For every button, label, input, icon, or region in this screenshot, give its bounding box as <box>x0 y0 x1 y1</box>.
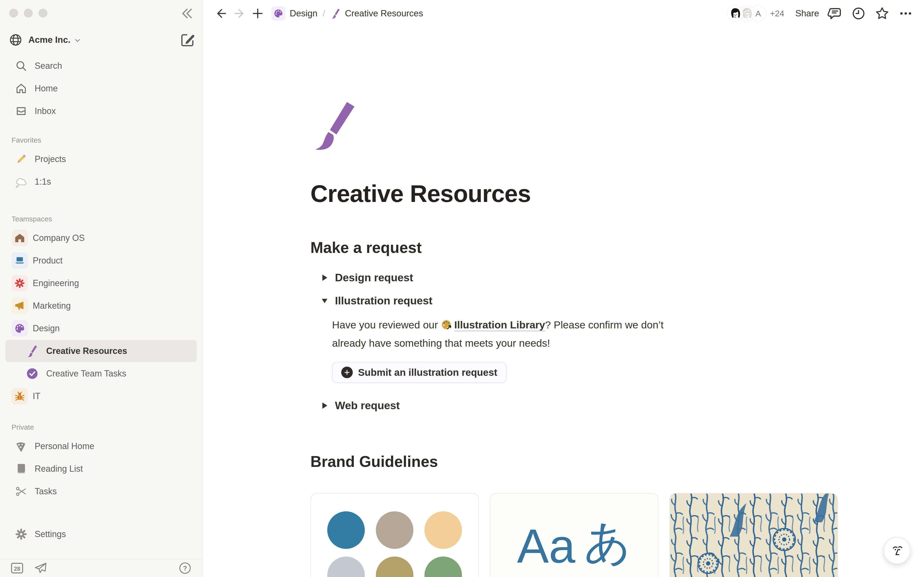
presence-avatars: A <box>727 5 766 21</box>
sidebar-item-settings[interactable]: Settings <box>5 523 197 545</box>
zoom-window-button[interactable] <box>39 9 47 18</box>
bug-icon <box>11 388 28 405</box>
workspace-switcher[interactable]: Acme Inc. <box>9 28 195 52</box>
history-button[interactable] <box>851 6 866 21</box>
more-options-button[interactable] <box>898 6 913 21</box>
presence-overflow-count[interactable]: +24 <box>770 9 784 18</box>
sidebar-item-design[interactable]: Design <box>5 318 197 340</box>
toggle-collapsed-icon <box>321 401 328 410</box>
invite-members-button[interactable] <box>34 561 48 575</box>
toggle-web-request[interactable]: Web request <box>310 394 924 417</box>
sidebar-item-label: Reading List <box>35 464 83 474</box>
sidebar-item-label: Product <box>33 256 63 266</box>
toggle-label: Illustration request <box>335 295 432 307</box>
new-page-button[interactable] <box>180 32 195 48</box>
color-swatch <box>425 556 462 577</box>
favorite-button[interactable] <box>874 6 890 21</box>
sidebar-item-marketing[interactable]: Marketing <box>5 295 197 317</box>
breadcrumb-separator: / <box>323 8 325 19</box>
typography-card[interactable]: Aa あ <box>490 493 658 577</box>
sidebar-item-inbox[interactable]: Inbox <box>5 100 197 122</box>
sidebar-item-label: Design <box>33 323 60 334</box>
close-window-button[interactable] <box>9 9 18 18</box>
breadcrumb-item-creative-resources[interactable]: Creative Resources <box>330 8 423 19</box>
pizza-icon <box>15 440 28 453</box>
share-button[interactable]: Share <box>795 8 819 19</box>
inbox-icon <box>15 104 28 118</box>
help-button[interactable]: ? <box>178 561 192 575</box>
laptop-icon <box>11 253 28 269</box>
chevron-down-icon <box>73 37 82 45</box>
section-label-favorites: Favorites <box>11 136 202 144</box>
arrow-right-icon <box>233 7 246 20</box>
forward-button[interactable] <box>232 6 247 21</box>
avatar-user-1[interactable] <box>727 5 743 21</box>
sidebar-favorites: Projects 1:1s <box>0 148 202 193</box>
toggle-label: Design request <box>335 271 413 284</box>
double-chevron-left-icon <box>179 6 194 21</box>
toggle-label: Web request <box>335 399 400 412</box>
color-palette-card[interactable] <box>310 493 479 577</box>
sidebar-item-reading-list[interactable]: Reading List <box>5 458 197 480</box>
sidebar-item-it[interactable]: IT <box>5 385 197 407</box>
notion-ai-face-icon <box>890 543 905 558</box>
illustration-library-page-link[interactable]: Illustration Library <box>441 319 545 330</box>
avatar-illustration <box>728 6 742 21</box>
sidebar-item-home[interactable]: Home <box>5 77 197 100</box>
breadcrumb-item-design[interactable]: Design <box>271 6 317 21</box>
toggle-design-request[interactable]: Design request <box>310 266 924 289</box>
gear-icon <box>11 275 28 292</box>
svg-text:?: ? <box>183 564 187 572</box>
color-swatch <box>376 556 414 577</box>
floral-pattern-card[interactable] <box>669 493 838 577</box>
toggle-illustration-request[interactable]: Illustration request <box>310 289 924 312</box>
notion-ai-button[interactable] <box>884 537 911 564</box>
sidebar-item-creative-team-tasks[interactable]: Creative Team Tasks <box>5 363 197 385</box>
page-link-text: Illustration Library <box>454 319 545 331</box>
settings-gear-icon <box>15 527 28 541</box>
sidebar-item-label: Search <box>35 61 62 71</box>
comment-icon <box>827 6 842 21</box>
minimize-window-button[interactable] <box>24 9 33 18</box>
color-swatch <box>376 511 414 549</box>
sidebar-item-label: Engineering <box>33 278 79 288</box>
paintbrush-icon <box>330 8 341 19</box>
sidebar-item-product[interactable]: Product <box>5 250 197 272</box>
back-button[interactable] <box>214 6 229 21</box>
calendar-button[interactable]: 28 <box>10 561 24 575</box>
sidebar-item-label: Settings <box>35 529 66 539</box>
clock-icon <box>851 6 866 21</box>
palette-icon <box>271 6 285 21</box>
sidebar-item-tasks[interactable]: Tasks <box>5 480 197 503</box>
page-icon-paintbrush[interactable] <box>310 101 360 151</box>
comments-button[interactable] <box>827 6 843 21</box>
sidebar-item-label: Creative Resources <box>46 346 127 356</box>
page-title: Creative Resources <box>310 180 924 208</box>
toggle-collapsed-icon <box>321 274 328 282</box>
arrow-left-icon <box>215 7 228 20</box>
sidebar: Acme Inc. Search Home Inbox Favorites <box>0 0 203 577</box>
sidebar-collapse-button[interactable] <box>179 6 194 21</box>
star-icon <box>875 6 890 21</box>
sidebar-item-engineering[interactable]: Engineering <box>5 272 197 294</box>
topbar-actions: A +24 Share <box>727 5 913 21</box>
toggle-expanded-icon <box>321 297 328 305</box>
sidebar-item-creative-resources[interactable]: Creative Resources <box>5 340 197 362</box>
window-controls <box>9 9 47 18</box>
sidebar-private: Personal Home Reading List Tasks Setting… <box>0 435 202 545</box>
paper-plane-icon <box>34 561 47 575</box>
sidebar-item-projects[interactable]: Projects <box>5 148 197 170</box>
sidebar-item-personal-home[interactable]: Personal Home <box>5 435 197 457</box>
sidebar-item-1-1s[interactable]: 1:1s <box>5 171 197 193</box>
question-mark-icon: ? <box>178 561 192 575</box>
section-label-private: Private <box>11 423 202 431</box>
new-tab-button[interactable] <box>250 6 265 21</box>
sidebar-item-company-os[interactable]: Company OS <box>5 227 197 249</box>
heading-brand-guidelines: Brand Guidelines <box>310 453 924 471</box>
floral-pattern-image <box>670 493 837 577</box>
breadcrumb: Design / Creative Resources <box>271 6 423 21</box>
submit-illustration-request-button[interactable]: Submit an illustration request <box>332 362 507 383</box>
sidebar-item-search[interactable]: Search <box>5 55 197 77</box>
paintbrush-icon <box>26 344 39 358</box>
breadcrumb-label: Creative Resources <box>345 8 423 19</box>
